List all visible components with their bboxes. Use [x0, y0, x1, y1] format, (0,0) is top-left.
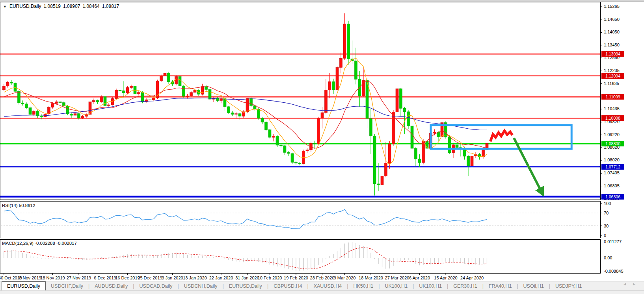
price-badge-1.08800: 1.08800 — [601, 141, 624, 146]
price-tick: 1.10435 — [604, 106, 620, 111]
collapse-icon[interactable]: ▼ — [3, 5, 7, 9]
rsi-scale-tick: 100 — [604, 201, 611, 206]
price-tick: 1.07405 — [604, 170, 620, 175]
date-label: 15 Apr 2020 — [434, 276, 457, 280]
price-chart-canvas[interactable] — [0, 0, 644, 294]
price-badge-1.06306: 1.06306 — [601, 194, 624, 200]
price-tick: 1.12235 — [604, 68, 620, 73]
date-label: 22 Jan 2020 — [209, 276, 233, 280]
rsi-scale-tick: 70 — [604, 211, 609, 215]
date-label: 27 Nov 2019 — [67, 276, 91, 280]
chart-tab-usdcnh-daily[interactable]: USDCNH,Daily — [179, 281, 223, 290]
price-tick: 1.15265 — [604, 4, 620, 9]
date-label: 18 Nov 2019 — [40, 276, 65, 280]
date-label: 8 Nov 2019 — [19, 276, 41, 280]
ohlc-open: 1.08519 — [44, 4, 61, 9]
tab-scroll-left-icon[interactable]: ◄ — [623, 282, 632, 286]
chart-tab-xauusd-h4[interactable]: XAUUSD,H4 — [309, 281, 347, 290]
price-badge-1.10008: 1.10008 — [601, 115, 624, 121]
status-strip — [0, 290, 644, 294]
date-label: 25 Dec 2019 — [138, 276, 162, 280]
macd-signal-line — [4, 248, 487, 269]
ohlc-high: 1.08907 — [63, 4, 80, 9]
price-badge-1.11009: 1.11009 — [601, 94, 624, 100]
chart-tab-hk50-h1[interactable]: HK50,H1 — [348, 281, 378, 290]
zigzag-annotation[interactable] — [490, 131, 512, 141]
rsi-scale-tick: 30 — [604, 224, 609, 228]
price-badge-1.07712: 1.07712 — [601, 164, 624, 170]
macd-scale-zero: 0.00 — [604, 255, 612, 260]
chart-tab-eurusd-daily[interactable]: EURUSD,Daily — [224, 281, 267, 290]
main-chart-layer — [0, 13, 600, 197]
date-label: 10 Feb 2020 — [258, 276, 282, 280]
chart-title: ▼EURUSD,Daily1.085191.089071.084641.0881… — [3, 4, 121, 9]
price-tick: 1.06805 — [604, 183, 620, 188]
price-badge-1.12004: 1.12004 — [601, 73, 624, 79]
chart-tab-ger30-h1[interactable]: GER30,H1 — [448, 281, 482, 290]
chart-tab-uk100-h1[interactable]: UK100,H1 — [414, 281, 447, 290]
price-tick: 1.14050 — [604, 30, 620, 34]
chart-tab-eurusd-daily[interactable]: EURUSD,Daily — [2, 281, 46, 290]
chart-tab-audusd-daily[interactable]: AUDUSD,Daily — [89, 281, 133, 290]
chart-symbol-period: EURUSD,Daily — [9, 4, 41, 9]
rsi-layer — [1, 209, 599, 229]
price-tick: 1.08020 — [604, 157, 620, 162]
chart-tab-fra40-h1[interactable]: FRA40,H1 — [484, 281, 517, 290]
tab-scroll-arrows: ◄► — [623, 282, 642, 286]
date-label: 18 Mar 2020 — [359, 276, 383, 280]
chart-tab-usdjpy-h1[interactable]: USDJPY,H1 — [550, 281, 587, 290]
date-label: 13 Jan 2020 — [183, 276, 207, 280]
date-label: 16 Dec 2019 — [115, 276, 140, 280]
macd-indicator-label: MACD(12,26,9) -0.002288 -0.002817 — [2, 241, 77, 246]
date-label: 19 Feb 2020 — [284, 276, 308, 280]
price-tick: 1.09220 — [604, 132, 620, 137]
macd-layer — [4, 242, 487, 271]
ohlc-close: 1.08817 — [102, 4, 119, 9]
chart-tab-usdcad-daily[interactable]: USDCAD,Daily — [134, 281, 178, 290]
ohlc-low: 1.08464 — [82, 4, 99, 9]
chart-tab-usdchf-daily[interactable]: USDCHF,Daily — [46, 281, 88, 290]
rsi-indicator-label: RSI(14) 50.8612 — [2, 203, 35, 208]
price-tick: 1.11635 — [604, 81, 619, 86]
date-label: 9 Mar 2020 — [334, 276, 356, 280]
tab-scroll-right-icon[interactable]: ► — [632, 282, 642, 286]
date-label: 27 Mar 2020 — [385, 276, 409, 280]
date-label: 6 Apr 2020 — [409, 276, 430, 280]
date-label: 28 Feb 2020 — [310, 276, 335, 280]
chart-tab-uk100-h1[interactable]: UK100,H1 — [380, 281, 413, 290]
rsi-pane-border — [0, 202, 601, 238]
trading-chart-window: ▼EURUSD,Daily1.085191.089071.084641.0881… — [0, 0, 644, 294]
chart-tabbar: EURUSD,DailyUSDCHF,Daily|AUDUSD,Daily|US… — [0, 281, 644, 290]
date-label: 6 Dec 2019 — [94, 276, 116, 280]
price-tick: 1.13450 — [604, 43, 620, 47]
rsi-scale-tick: 0 — [604, 233, 606, 238]
macd-scale-max: 0.011277 — [604, 239, 622, 244]
price-badge-1.13034: 1.13034 — [601, 51, 624, 57]
price-tick: 1.14650 — [604, 17, 620, 22]
date-label: 3 Jan 2020 — [162, 276, 183, 280]
macd-scale-min: -0.008845 — [604, 269, 624, 274]
candles-layer — [3, 13, 489, 196]
chart-tab-usoil-h1[interactable]: USOil,H1 — [518, 281, 549, 290]
chart-tab-gbpusd-h4[interactable]: GBPUSD,H4 — [268, 281, 307, 290]
date-label: 31 Jan 2020 — [235, 276, 259, 280]
down-arrow-annotation[interactable] — [514, 138, 543, 194]
date-label: 24 Apr 2020 — [460, 276, 484, 280]
